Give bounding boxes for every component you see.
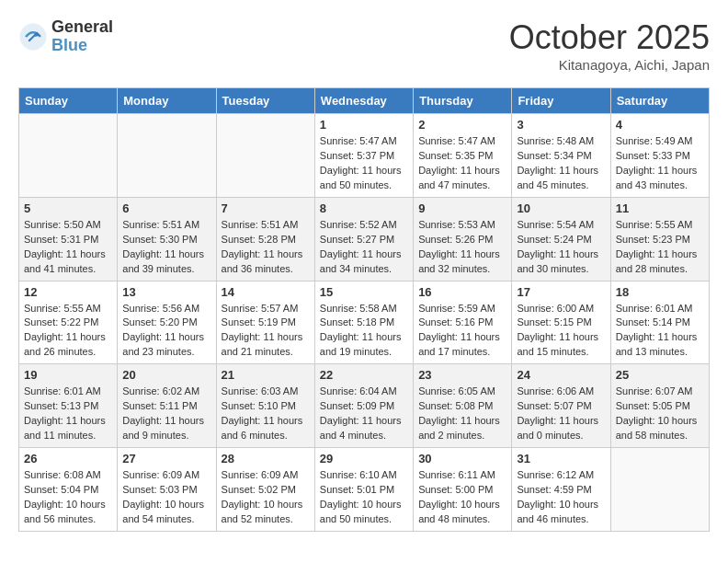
day-number: 5: [24, 201, 112, 215]
calendar-cell: 21Sunrise: 6:03 AM Sunset: 5:10 PM Dayli…: [216, 364, 314, 448]
calendar-cell: 29Sunrise: 6:10 AM Sunset: 5:01 PM Dayli…: [314, 448, 413, 532]
calendar-cell: 31Sunrise: 6:12 AM Sunset: 4:59 PM Dayli…: [512, 448, 610, 532]
calendar-week-row: 19Sunrise: 6:01 AM Sunset: 5:13 PM Dayli…: [19, 364, 710, 448]
weekday-header-row: SundayMondayTuesdayWednesdayThursdayFrid…: [19, 88, 710, 114]
weekday-header-monday: Monday: [118, 88, 216, 114]
calendar-week-row: 1Sunrise: 5:47 AM Sunset: 5:37 PM Daylig…: [19, 114, 710, 198]
calendar-cell: 9Sunrise: 5:53 AM Sunset: 5:26 PM Daylig…: [414, 197, 512, 281]
location: Kitanagoya, Aichi, Japan: [509, 57, 710, 73]
calendar-cell: 12Sunrise: 5:55 AM Sunset: 5:22 PM Dayli…: [19, 281, 118, 364]
day-number: 25: [616, 368, 704, 382]
weekday-header-sunday: Sunday: [19, 88, 118, 114]
day-number: 2: [418, 118, 506, 132]
day-number: 11: [616, 201, 704, 215]
day-info: Sunrise: 5:54 AM Sunset: 5:24 PM Dayligh…: [517, 218, 605, 277]
day-number: 8: [320, 201, 408, 215]
day-info: Sunrise: 6:02 AM Sunset: 5:11 PM Dayligh…: [122, 385, 210, 443]
day-info: Sunrise: 5:49 AM Sunset: 5:33 PM Dayligh…: [616, 134, 704, 193]
day-info: Sunrise: 5:51 AM Sunset: 5:30 PM Dayligh…: [122, 218, 210, 277]
day-info: Sunrise: 5:47 AM Sunset: 5:35 PM Dayligh…: [418, 134, 506, 193]
day-number: 3: [517, 118, 605, 132]
calendar-cell: 2Sunrise: 5:47 AM Sunset: 5:35 PM Daylig…: [414, 114, 512, 198]
day-info: Sunrise: 6:07 AM Sunset: 5:05 PM Dayligh…: [616, 385, 704, 443]
logo-blue-text: Blue: [51, 37, 113, 55]
day-info: Sunrise: 5:47 AM Sunset: 5:37 PM Dayligh…: [320, 134, 408, 193]
day-number: 15: [320, 285, 408, 299]
day-number: 17: [517, 285, 605, 299]
day-number: 21: [222, 368, 310, 382]
day-number: 13: [122, 285, 210, 299]
calendar-cell: 11Sunrise: 5:55 AM Sunset: 5:23 PM Dayli…: [610, 197, 709, 281]
day-info: Sunrise: 6:05 AM Sunset: 5:08 PM Dayligh…: [418, 385, 506, 443]
day-info: Sunrise: 6:09 AM Sunset: 5:02 PM Dayligh…: [222, 468, 310, 527]
month-title: October 2025: [509, 18, 710, 57]
calendar-cell: 13Sunrise: 5:56 AM Sunset: 5:20 PM Dayli…: [118, 281, 216, 364]
day-number: 23: [418, 368, 506, 382]
logo: General Blue: [18, 18, 113, 55]
page-header: General Blue October 2025 Kitanagoya, Ai…: [18, 18, 710, 73]
weekday-header-tuesday: Tuesday: [216, 88, 314, 114]
day-info: Sunrise: 5:53 AM Sunset: 5:26 PM Dayligh…: [418, 218, 506, 277]
day-info: Sunrise: 5:59 AM Sunset: 5:16 PM Dayligh…: [418, 302, 506, 361]
calendar-cell: 22Sunrise: 6:04 AM Sunset: 5:09 PM Dayli…: [314, 364, 413, 448]
calendar-cell: 23Sunrise: 6:05 AM Sunset: 5:08 PM Dayli…: [414, 364, 512, 448]
logo-general-text: General: [51, 18, 113, 37]
day-number: 20: [122, 368, 210, 382]
logo-text: General Blue: [51, 18, 113, 55]
day-number: 24: [517, 368, 605, 382]
calendar-cell: [118, 114, 216, 198]
calendar-cell: 19Sunrise: 6:01 AM Sunset: 5:13 PM Dayli…: [19, 364, 118, 448]
day-info: Sunrise: 6:12 AM Sunset: 4:59 PM Dayligh…: [517, 468, 605, 527]
calendar-cell: 24Sunrise: 6:06 AM Sunset: 5:07 PM Dayli…: [512, 364, 610, 448]
calendar-cell: 3Sunrise: 5:48 AM Sunset: 5:34 PM Daylig…: [512, 114, 610, 198]
day-info: Sunrise: 5:52 AM Sunset: 5:27 PM Dayligh…: [320, 218, 408, 277]
calendar-cell: [216, 114, 314, 198]
day-info: Sunrise: 5:50 AM Sunset: 5:31 PM Dayligh…: [24, 218, 112, 277]
day-number: 28: [222, 452, 310, 465]
day-info: Sunrise: 6:01 AM Sunset: 5:13 PM Dayligh…: [24, 385, 112, 443]
calendar-cell: 16Sunrise: 5:59 AM Sunset: 5:16 PM Dayli…: [414, 281, 512, 364]
day-number: 22: [320, 368, 408, 382]
day-number: 10: [517, 201, 605, 215]
calendar-cell: 28Sunrise: 6:09 AM Sunset: 5:02 PM Dayli…: [216, 448, 314, 532]
day-number: 18: [616, 285, 704, 299]
calendar-cell: [19, 114, 118, 198]
day-info: Sunrise: 5:51 AM Sunset: 5:28 PM Dayligh…: [222, 218, 310, 277]
day-info: Sunrise: 6:11 AM Sunset: 5:00 PM Dayligh…: [418, 468, 506, 527]
day-number: 9: [418, 201, 506, 215]
calendar-table: SundayMondayTuesdayWednesdayThursdayFrid…: [18, 87, 710, 532]
calendar-cell: 1Sunrise: 5:47 AM Sunset: 5:37 PM Daylig…: [314, 114, 413, 198]
calendar-cell: 4Sunrise: 5:49 AM Sunset: 5:33 PM Daylig…: [610, 114, 709, 198]
calendar-week-row: 26Sunrise: 6:08 AM Sunset: 5:04 PM Dayli…: [19, 448, 710, 532]
day-number: 31: [517, 452, 605, 465]
day-number: 29: [320, 452, 408, 465]
day-info: Sunrise: 6:10 AM Sunset: 5:01 PM Dayligh…: [320, 468, 408, 527]
day-number: 27: [122, 452, 210, 465]
day-number: 30: [418, 452, 506, 465]
calendar-cell: 30Sunrise: 6:11 AM Sunset: 5:00 PM Dayli…: [414, 448, 512, 532]
logo-icon: [18, 22, 48, 52]
calendar-cell: 26Sunrise: 6:08 AM Sunset: 5:04 PM Dayli…: [19, 448, 118, 532]
day-info: Sunrise: 6:00 AM Sunset: 5:15 PM Dayligh…: [517, 302, 605, 361]
day-number: 7: [222, 201, 310, 215]
weekday-header-wednesday: Wednesday: [314, 88, 413, 114]
day-info: Sunrise: 6:01 AM Sunset: 5:14 PM Dayligh…: [616, 302, 704, 361]
weekday-header-saturday: Saturday: [610, 88, 709, 114]
day-info: Sunrise: 6:09 AM Sunset: 5:03 PM Dayligh…: [122, 468, 210, 527]
calendar-week-row: 5Sunrise: 5:50 AM Sunset: 5:31 PM Daylig…: [19, 197, 710, 281]
calendar-cell: 8Sunrise: 5:52 AM Sunset: 5:27 PM Daylig…: [314, 197, 413, 281]
calendar-cell: 7Sunrise: 5:51 AM Sunset: 5:28 PM Daylig…: [216, 197, 314, 281]
day-info: Sunrise: 6:03 AM Sunset: 5:10 PM Dayligh…: [222, 385, 310, 443]
day-info: Sunrise: 6:04 AM Sunset: 5:09 PM Dayligh…: [320, 385, 408, 443]
day-info: Sunrise: 6:08 AM Sunset: 5:04 PM Dayligh…: [24, 468, 112, 527]
calendar-cell: 27Sunrise: 6:09 AM Sunset: 5:03 PM Dayli…: [118, 448, 216, 532]
calendar-cell: [610, 448, 709, 532]
title-block: October 2025 Kitanagoya, Aichi, Japan: [509, 18, 710, 73]
calendar-cell: 14Sunrise: 5:57 AM Sunset: 5:19 PM Dayli…: [216, 281, 314, 364]
calendar-cell: 17Sunrise: 6:00 AM Sunset: 5:15 PM Dayli…: [512, 281, 610, 364]
day-info: Sunrise: 5:48 AM Sunset: 5:34 PM Dayligh…: [517, 134, 605, 193]
day-number: 16: [418, 285, 506, 299]
day-number: 14: [222, 285, 310, 299]
day-number: 6: [122, 201, 210, 215]
day-number: 26: [24, 452, 112, 465]
